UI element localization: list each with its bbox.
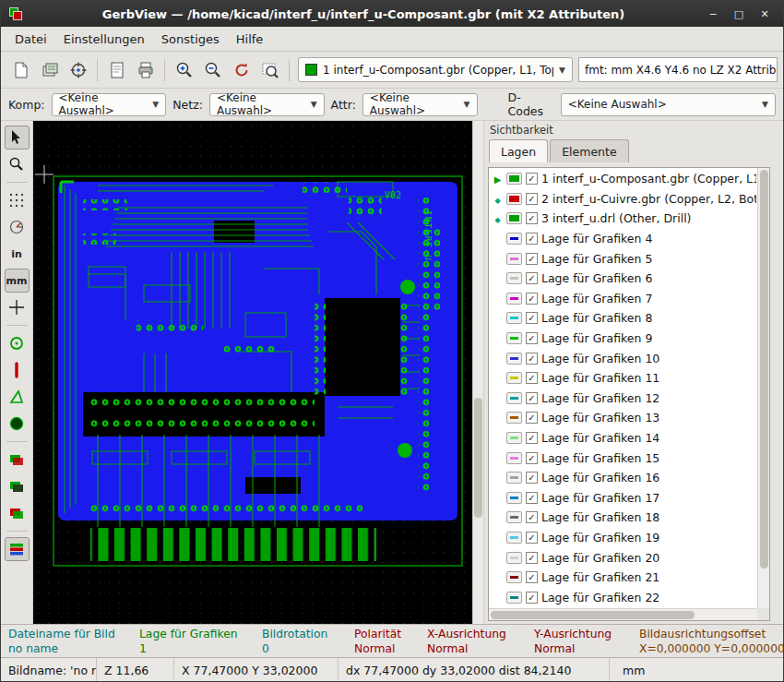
redraw-button[interactable]	[227, 56, 255, 84]
page-settings-button[interactable]	[102, 56, 131, 84]
show-negative-objects-button[interactable]	[5, 412, 30, 436]
layer-row[interactable]: Lage für Grafiken 12	[490, 389, 756, 409]
layer-row[interactable]: 1 interf_u-Composant.gbr (Copper, L1, T	[490, 169, 756, 189]
layer-row[interactable]: 2 interf_u-Cuivre.gbr (Copper, L2, Bot)	[490, 189, 756, 209]
layer-color-swatch[interactable]	[506, 173, 522, 185]
close-button[interactable]: ✕	[755, 6, 774, 21]
layer-color-swatch[interactable]	[506, 571, 522, 583]
sketch-lines-button[interactable]	[5, 358, 30, 382]
layer-color-swatch[interactable]	[506, 592, 522, 604]
layer-row[interactable]: Lage für Grafiken 17	[490, 488, 756, 509]
units-inches-button[interactable]: in	[5, 242, 30, 266]
diff-mode-button[interactable]	[5, 448, 30, 472]
layer-row[interactable]: Lage für Grafiken 7	[490, 289, 756, 309]
print-button[interactable]	[131, 56, 160, 84]
polar-coordinates-button[interactable]	[5, 215, 30, 239]
komp-select[interactable]: <Keine Auswahl> ▼	[52, 93, 167, 116]
layer-list-vscroll-thumb[interactable]	[760, 170, 768, 568]
layer-visibility-checkbox[interactable]	[526, 173, 538, 185]
layer-color-swatch[interactable]	[506, 392, 522, 404]
menu-item[interactable]: Datei	[6, 29, 55, 50]
layer-visibility-checkbox[interactable]	[526, 392, 538, 404]
menu-item[interactable]: Sonstiges	[153, 29, 228, 50]
layer-row[interactable]: Lage für Grafiken 8	[490, 308, 756, 329]
layer-visibility-checkbox[interactable]	[526, 452, 538, 464]
layer-visibility-checkbox[interactable]	[526, 353, 538, 365]
layer-color-swatch[interactable]	[506, 532, 522, 544]
layer-row[interactable]: Lage für Grafiken 22	[490, 587, 756, 607]
canvas-vertical-scrollbar-thumb[interactable]	[474, 398, 482, 518]
active-layer-select[interactable]: 1 interf_u-Composant.gbr (Copper, L1, To…	[298, 57, 573, 82]
layer-row[interactable]: Lage für Grafiken 6	[490, 269, 756, 289]
layer-color-swatch[interactable]	[506, 312, 522, 324]
select-tool-button[interactable]	[5, 126, 30, 150]
open-drill-file-button[interactable]	[64, 56, 92, 84]
layer-visibility-checkbox[interactable]	[526, 532, 538, 544]
layer-visibility-checkbox[interactable]	[526, 193, 538, 205]
menu-item[interactable]: Hilfe	[228, 29, 272, 50]
layer-color-swatch[interactable]	[506, 253, 522, 265]
layer-color-swatch[interactable]	[506, 212, 522, 224]
maximize-button[interactable]: □	[730, 6, 748, 21]
units-mm-button[interactable]: mm	[5, 269, 30, 293]
layer-row[interactable]: Lage für Grafiken 19	[490, 528, 756, 548]
sketch-polygons-button[interactable]	[5, 385, 30, 409]
layer-row[interactable]: Lage für Grafiken 9	[490, 329, 756, 349]
layer-manager-toggle-button[interactable]	[5, 537, 30, 561]
layer-visibility-checkbox[interactable]	[526, 253, 538, 265]
layer-color-swatch[interactable]	[506, 472, 522, 484]
grid-visibility-button[interactable]	[5, 188, 30, 212]
layer-color-swatch[interactable]	[506, 452, 522, 464]
layer-color-swatch[interactable]	[506, 193, 522, 205]
layer-color-swatch[interactable]	[506, 272, 522, 284]
layer-row[interactable]: Lage für Grafiken 13	[490, 408, 756, 428]
minimize-button[interactable]: ─	[704, 6, 722, 21]
layer-row[interactable]: Lage für Grafiken 11	[490, 368, 756, 389]
sketch-flashed-items-button[interactable]	[5, 331, 30, 355]
zoom-out-button[interactable]	[198, 56, 227, 84]
layer-visibility-checkbox[interactable]	[526, 432, 538, 444]
layer-visibility-checkbox[interactable]	[526, 212, 538, 224]
layer-color-swatch[interactable]	[506, 233, 522, 245]
open-gerber-file-button[interactable]	[35, 56, 64, 84]
layer-visibility-checkbox[interactable]	[526, 412, 538, 424]
netz-select[interactable]: <Keine Auswahl> ▼	[209, 93, 325, 116]
high-contrast-mode-button[interactable]	[5, 474, 30, 498]
layer-row[interactable]: Lage für Grafiken 14	[490, 428, 756, 449]
cursor-shape-button[interactable]	[5, 295, 30, 319]
layer-row[interactable]: Lage für Grafiken 5	[490, 248, 756, 269]
layer-visibility-checkbox[interactable]	[526, 233, 538, 245]
layer-visibility-checkbox[interactable]	[526, 332, 538, 344]
layer-row[interactable]: Lage für Grafiken 16	[490, 468, 756, 488]
layer-color-swatch[interactable]	[506, 511, 522, 523]
layer-color-swatch[interactable]	[506, 432, 522, 444]
layer-row[interactable]: Lage für Grafiken 20	[490, 547, 756, 568]
zoom-in-button[interactable]	[170, 56, 198, 84]
layer-visibility-checkbox[interactable]	[526, 511, 538, 523]
layer-visibility-checkbox[interactable]	[526, 552, 538, 564]
layer-color-swatch[interactable]	[506, 353, 522, 365]
layer-color-swatch[interactable]	[506, 412, 522, 424]
layer-color-swatch[interactable]	[506, 293, 522, 305]
zoom-selection-button[interactable]	[5, 152, 30, 176]
layer-visibility-checkbox[interactable]	[526, 571, 538, 583]
layer-visibility-checkbox[interactable]	[526, 492, 538, 504]
dcodes-select[interactable]: <Keine Auswahl> ▼	[561, 93, 776, 116]
attr-select[interactable]: <Keine Auswahl> ▼	[362, 93, 478, 116]
layer-visibility-checkbox[interactable]	[526, 372, 538, 384]
clear-all-layers-button[interactable]	[6, 56, 35, 84]
show-dcodes-button[interactable]	[5, 501, 30, 525]
layer-color-swatch[interactable]	[506, 372, 522, 384]
layer-color-swatch[interactable]	[506, 552, 522, 564]
layer-visibility-checkbox[interactable]	[526, 592, 538, 604]
layer-list-hscroll-thumb[interactable]	[491, 611, 695, 619]
layer-row[interactable]: Lage für Grafiken 15	[490, 448, 756, 468]
menu-item[interactable]: Einstellungen	[55, 29, 153, 50]
zoom-fit-button[interactable]	[255, 56, 284, 84]
layer-visibility-checkbox[interactable]	[526, 272, 538, 284]
layer-row[interactable]: 3 interf_u.drl (Other, Drill)	[490, 209, 756, 229]
tab-elemente[interactable]: Elemente	[550, 139, 628, 162]
layer-row[interactable]: Lage für Grafiken 18	[490, 508, 756, 528]
layer-row[interactable]: Lage für Grafiken 4	[490, 229, 756, 249]
layer-visibility-checkbox[interactable]	[526, 472, 538, 484]
